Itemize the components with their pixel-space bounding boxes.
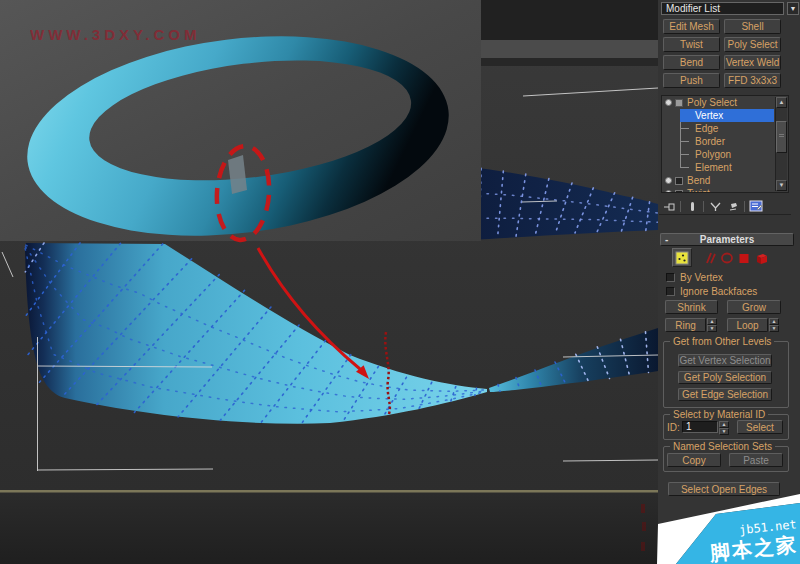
dropdown-arrow-icon[interactable]: ▼ — [787, 2, 799, 15]
material-id-input[interactable]: 1 — [682, 421, 718, 433]
stack-subitem-edge[interactable]: Edge — [662, 122, 775, 135]
make-unique-icon[interactable] — [708, 200, 722, 213]
spinner-down-icon[interactable]: ▼ — [769, 325, 779, 332]
button-bend[interactable]: Bend — [663, 55, 720, 70]
pin-stack-icon[interactable] — [662, 200, 676, 213]
show-end-result-icon[interactable] — [685, 200, 699, 213]
ignore-backfaces-checkbox[interactable] — [666, 287, 675, 296]
app-window: WWW.3DXY.COM Modifier List ▼ Edit Mesh S… — [0, 0, 800, 564]
ignore-backfaces-row: Ignore Backfaces — [666, 286, 791, 297]
group-get-from-other-levels: Get from Other Levels Get Vertex Selecti… — [663, 341, 789, 408]
spinner-up-icon[interactable]: ▲ — [719, 421, 729, 428]
modifier-list-dropdown[interactable]: Modifier List — [661, 2, 784, 15]
select-by-id-button[interactable]: Select — [737, 420, 783, 434]
stack-item-twist[interactable]: Twist — [662, 187, 775, 193]
lightbulb-icon[interactable] — [665, 177, 672, 184]
group-select-by-material-id: Select by Material ID ID: 1 ▲ ▼ Select — [663, 414, 789, 440]
modifier-icon — [675, 99, 683, 107]
button-ffd-3x3x3[interactable]: FFD 3x3x3 — [724, 73, 781, 88]
button-push[interactable]: Push — [663, 73, 720, 88]
site-watermark-banner: jb51.net 脚本之家 — [640, 490, 800, 564]
modifier-icon — [675, 190, 683, 194]
scroll-up-icon[interactable]: ▲ — [776, 97, 787, 108]
polygon-mode-icon[interactable] — [736, 251, 751, 265]
viewport[interactable]: WWW.3DXY.COM — [0, 0, 658, 493]
modifier-icon — [675, 177, 683, 185]
command-panel: Modifier List ▼ Edit Mesh Shell Twist Po… — [658, 0, 800, 564]
group-title: Get from Other Levels — [670, 336, 774, 347]
ring-spinner[interactable]: ▲ ▼ — [707, 318, 717, 332]
ring-button[interactable]: Ring — [665, 318, 706, 332]
group-title: Named Selection Sets — [670, 441, 775, 452]
element-mode-icon[interactable] — [754, 251, 769, 265]
modifier-stack: Poly Select Vertex Edge Border Polygon E… — [661, 95, 789, 193]
by-vertex-row: By Vertex — [666, 272, 791, 283]
bottom-empty-area — [0, 493, 658, 564]
subobject-mode-icons — [670, 248, 790, 268]
remove-modifier-icon[interactable] — [726, 200, 740, 213]
stack-item-poly-select[interactable]: Poly Select — [662, 96, 775, 109]
scrollbar-thumb[interactable] — [776, 121, 787, 153]
backdrop-seam — [481, 58, 658, 66]
group-named-selection-sets: Named Selection Sets Copy Paste — [663, 446, 789, 472]
viewport-watermark: WWW.3DXY.COM — [30, 26, 201, 43]
backdrop-dark-strip — [481, 0, 658, 40]
ignore-backfaces-label: Ignore Backfaces — [680, 286, 757, 297]
by-vertex-checkbox[interactable] — [666, 273, 675, 282]
paste-button[interactable]: Paste — [729, 453, 783, 467]
configure-modifier-sets-icon[interactable] — [749, 200, 763, 213]
button-vertex-weld[interactable]: Vertex Weld — [724, 55, 781, 70]
stack-subitem-element[interactable]: Element — [662, 161, 775, 174]
vertex-mode-icon[interactable] — [672, 248, 692, 267]
shrink-button[interactable]: Shrink — [665, 300, 718, 314]
stack-subitem-border[interactable]: Border — [662, 135, 775, 148]
stack-item-bend[interactable]: Bend — [662, 174, 775, 187]
copy-button[interactable]: Copy — [667, 453, 721, 467]
spinner-down-icon[interactable]: ▼ — [719, 428, 729, 435]
button-twist[interactable]: Twist — [663, 37, 720, 52]
stack-toolbar — [659, 198, 791, 215]
stack-subitem-polygon[interactable]: Polygon — [662, 148, 775, 161]
button-poly-select[interactable]: Poly Select — [724, 37, 781, 52]
get-vertex-selection-button[interactable]: Get Vertex Selection — [678, 354, 772, 367]
stack-scrollbar[interactable]: ▲ ▼ — [775, 97, 787, 191]
group-title: Select by Material ID — [670, 409, 768, 420]
lightbulb-icon[interactable] — [665, 99, 672, 106]
lightbulb-icon[interactable] — [665, 190, 672, 193]
grow-button[interactable]: Grow — [727, 300, 781, 314]
get-edge-selection-button[interactable]: Get Edge Selection — [678, 388, 772, 401]
spinner-up-icon[interactable]: ▲ — [769, 318, 779, 325]
id-label: ID: — [667, 422, 680, 433]
get-poly-selection-button[interactable]: Get Poly Selection — [678, 371, 772, 384]
button-shell[interactable]: Shell — [724, 19, 781, 34]
border-mode-icon[interactable] — [719, 251, 734, 265]
inset-reference-image: WWW.3DXY.COM — [0, 0, 481, 258]
backdrop-light-band — [481, 40, 658, 58]
modifier-button-set: Edit Mesh Shell Twist Poly Select Bend V… — [663, 19, 781, 89]
viewport-canvas[interactable]: WWW.3DXY.COM — [0, 0, 658, 493]
button-edit-mesh[interactable]: Edit Mesh — [663, 19, 720, 34]
edge-mode-icon[interactable] — [703, 251, 718, 265]
spinner-down-icon[interactable]: ▼ — [707, 325, 717, 332]
spinner-up-icon[interactable]: ▲ — [707, 318, 717, 325]
scroll-down-icon[interactable]: ▼ — [776, 180, 787, 191]
loop-button[interactable]: Loop — [727, 318, 768, 332]
loop-spinner[interactable]: ▲ ▼ — [769, 318, 779, 332]
material-id-spinner[interactable]: ▲ ▼ — [719, 421, 729, 435]
by-vertex-label: By Vertex — [680, 272, 723, 283]
collapse-icon[interactable]: - — [665, 234, 668, 245]
stack-subitem-vertex[interactable]: Vertex — [662, 109, 775, 122]
rollout-parameters-header[interactable]: - Parameters — [660, 233, 794, 246]
